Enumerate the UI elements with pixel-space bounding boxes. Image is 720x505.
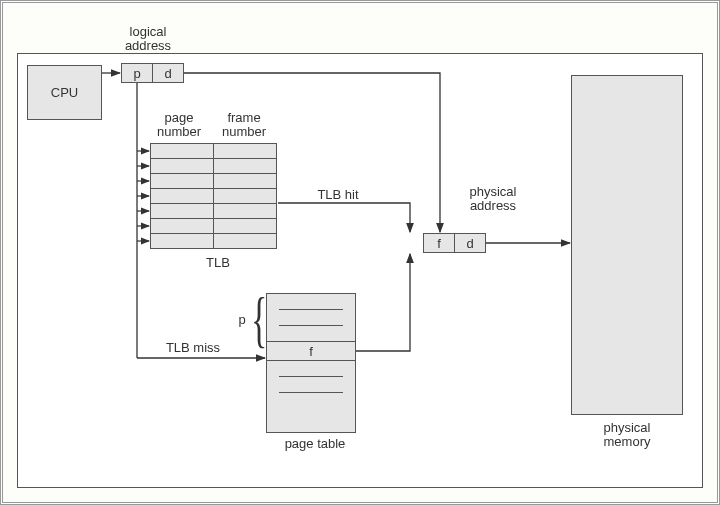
physical-address-f: f [423,233,455,253]
page-table-entry-f-text: f [309,344,313,359]
tlb-col-frame: frame number [213,111,275,140]
physical-address-f-text: f [437,236,441,251]
cpu-label: CPU [51,85,78,100]
cpu-box: CPU [27,65,102,120]
diagram-frame: CPU logical address p d page number fram… [0,0,720,505]
logical-address-d: d [152,63,184,83]
page-table-index-p: p [235,313,249,327]
logical-address-p: p [121,63,153,83]
tlb-row [151,234,277,249]
physical-memory-label: physical memory [568,421,686,450]
page-table-entry-f: f [267,341,355,361]
physical-address-d-text: d [466,236,473,251]
logical-address-p-text: p [133,66,140,81]
logical-address-label: logical address [113,25,183,54]
logical-address-d-text: d [164,66,171,81]
tlb-table [150,143,277,249]
page-table-label: page table [275,437,355,451]
tlb-hit-label: TLB hit [308,188,368,202]
physical-address-d: d [454,233,486,253]
tlb-row [151,174,277,189]
physical-address-label: physical address [458,185,528,214]
tlb-row [151,219,277,234]
physical-memory-box [571,75,683,415]
tlb-miss-label: TLB miss [158,341,228,355]
tlb-label: TLB [198,256,238,270]
tlb-row [151,204,277,219]
page-table: f [266,293,356,433]
tlb-row [151,159,277,174]
tlb-col-page: page number [148,111,210,140]
page-table-brace: { [251,289,267,350]
tlb-row [151,189,277,204]
tlb-row [151,144,277,159]
